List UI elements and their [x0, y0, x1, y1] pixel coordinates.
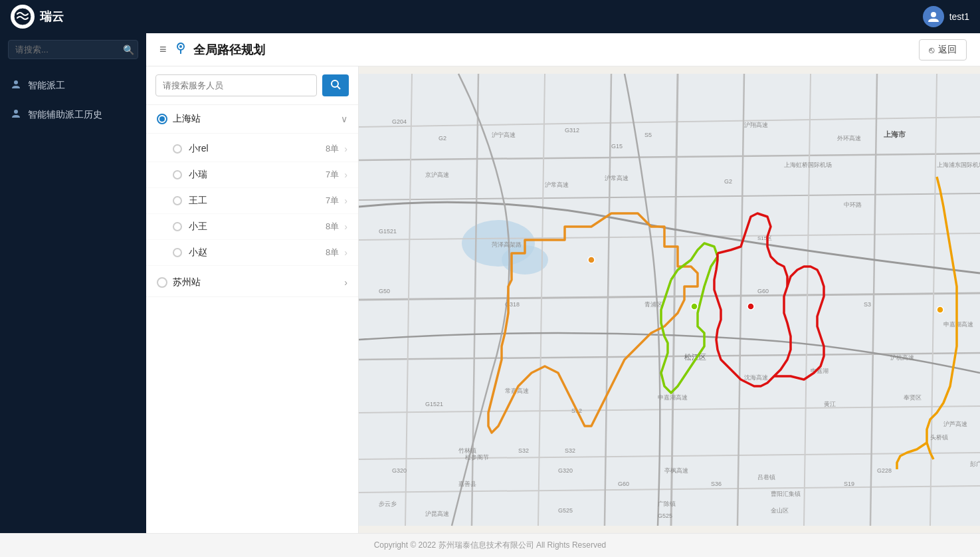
worker-count-2: 7单: [326, 195, 339, 207]
svg-point-89: [747, 303, 754, 310]
svg-text:金山区: 金山区: [771, 507, 789, 514]
worker-item-0[interactable]: 小rel 8单 ›: [146, 136, 358, 162]
svg-text:上海浦东国际机场: 上海浦东国际机场: [937, 162, 980, 168]
station-shanghai-header[interactable]: 上海站 ∨: [146, 105, 358, 134]
worker-name-4: 小赵: [189, 247, 326, 259]
svg-text:申嘉湖高速: 申嘉湖高速: [943, 321, 973, 328]
svg-text:G2: G2: [439, 135, 446, 142]
worker-arrow-3: ›: [344, 221, 347, 232]
smart-dispatch-icon: [11, 79, 21, 92]
user-info[interactable]: test1: [923, 6, 969, 27]
svg-point-6: [332, 80, 338, 87]
svg-text:松参阁节: 松参阁节: [465, 454, 489, 461]
worker-item-3[interactable]: 小王 8单 ›: [146, 214, 358, 240]
worker-radio-3: [173, 222, 182, 231]
worker-count-3: 8单: [326, 221, 339, 233]
worker-item-2[interactable]: 王工 7单 ›: [146, 188, 358, 214]
worker-item-4[interactable]: 小赵 8单 ›: [146, 240, 358, 266]
toolbar-left: ≡ 全局路径规划: [159, 41, 265, 58]
station-shanghai-radio: [157, 114, 167, 124]
worker-item-1[interactable]: 小瑞 7单 ›: [146, 162, 358, 188]
svg-text:申嘉湖高速: 申嘉湖高速: [658, 394, 688, 401]
worker-arrow-4: ›: [344, 247, 347, 258]
smart-history-icon: [11, 108, 21, 122]
sidebar-item-smart-dispatch[interactable]: 智能派工: [0, 71, 146, 100]
copyright: Copyright © 2022 苏州瑞泰信息技术有限公司 All Rights…: [374, 540, 607, 551]
map-area: G204 G2 沪宁高速 G312 G15 S5 沪翔高速 外环高速 京沪高速 …: [359, 66, 980, 533]
svg-text:S3: S3: [864, 301, 871, 308]
svg-point-88: [691, 303, 698, 310]
main-layout: 🔍 智能派工 智能辅助派工历史: [0, 33, 980, 533]
svg-text:G320: G320: [392, 467, 407, 474]
svg-text:沪昆高速: 沪昆高速: [425, 510, 449, 517]
sidebar-item-label-dispatch: 智能派工: [28, 80, 65, 92]
svg-text:沪常高速: 沪常高速: [545, 181, 569, 188]
svg-text:S19: S19: [844, 481, 854, 487]
worker-count-4: 8单: [326, 247, 339, 259]
panel-search-button[interactable]: [322, 74, 349, 96]
svg-text:广陈镇: 广陈镇: [658, 501, 676, 507]
back-button[interactable]: ⎋ 返回: [919, 39, 967, 60]
content-area: ≡ 全局路径规划 ⎋ 返回: [146, 33, 980, 533]
station-suzhou: 苏州站 ›: [146, 269, 358, 297]
sidebar-search-icon: 🔍: [123, 45, 134, 55]
svg-text:G525: G525: [558, 507, 573, 514]
svg-text:G320: G320: [558, 467, 573, 474]
svg-text:外环高速: 外环高速: [837, 135, 861, 142]
worker-count-1: 7单: [326, 169, 339, 181]
worker-radio-0: [173, 144, 182, 154]
svg-line-7: [338, 86, 340, 89]
svg-text:S36: S36: [711, 481, 722, 487]
svg-text:S5: S5: [644, 132, 652, 138]
svg-text:G1521: G1521: [425, 401, 443, 407]
svg-point-3: [14, 110, 18, 114]
worker-name-2: 王工: [189, 195, 326, 207]
page-title-area: 全局路径规划: [173, 41, 265, 58]
svg-text:G15: G15: [611, 143, 623, 150]
user-name: test1: [949, 11, 969, 22]
svg-text:彭广镇: 彭广镇: [970, 461, 980, 467]
svg-point-0: [14, 8, 31, 25]
svg-text:G204: G204: [392, 118, 407, 125]
worker-arrow-2: ›: [344, 195, 347, 206]
sidebar-item-smart-history[interactable]: 智能辅助派工历史: [0, 100, 146, 130]
svg-point-87: [588, 257, 595, 263]
svg-text:沪杭高速: 沪杭高速: [890, 354, 914, 361]
svg-text:曹阳汇集镇: 曹阳汇集镇: [771, 491, 801, 497]
page-title: 全局路径规划: [193, 42, 265, 58]
toolbar: ≡ 全局路径规划 ⎋ 返回: [146, 33, 980, 66]
svg-text:黄江: 黄江: [824, 401, 836, 407]
station-header-left: 上海站: [157, 113, 201, 125]
worker-count-0: 8单: [326, 143, 339, 155]
station-suzhou-header[interactable]: 苏州站 ›: [146, 269, 358, 297]
worker-name-3: 小王: [189, 221, 326, 233]
station-shanghai-name: 上海站: [173, 113, 201, 125]
sidebar-search-input[interactable]: [8, 40, 138, 59]
svg-text:沪翔高速: 沪翔高速: [744, 122, 768, 128]
user-avatar: [923, 6, 944, 27]
panel-search: [146, 66, 358, 105]
svg-text:沈海高速: 沈海高速: [744, 374, 768, 381]
svg-text:G228: G228: [877, 467, 892, 474]
back-icon: ⎋: [929, 45, 934, 55]
svg-text:S32: S32: [518, 447, 529, 454]
svg-point-90: [937, 306, 943, 313]
left-panel: 上海站 ∨ 小rel 8单 ›: [146, 66, 359, 533]
svg-text:G525: G525: [658, 512, 672, 519]
worker-arrow-0: ›: [344, 144, 347, 154]
station-suzhou-chevron: ›: [344, 277, 347, 288]
station-suzhou-radio: [157, 277, 167, 288]
svg-text:G60: G60: [757, 288, 769, 294]
panel-search-input[interactable]: [155, 74, 317, 96]
station-section: 上海站 ∨ 小rel 8单 ›: [146, 105, 358, 533]
logo-icon: [11, 5, 35, 29]
header: 瑞云 test1: [0, 0, 980, 33]
menu-icon[interactable]: ≡: [159, 43, 167, 56]
svg-text:S15区: S15区: [757, 235, 772, 241]
worker-arrow-1: ›: [344, 169, 347, 180]
svg-text:G60: G60: [618, 481, 629, 487]
worker-name-0: 小rel: [189, 143, 326, 155]
map-svg: G204 G2 沪宁高速 G312 G15 S5 沪翔高速 外环高速 京沪高速 …: [359, 66, 980, 533]
worker-name-1: 小瑞: [189, 169, 326, 181]
svg-text:沪常高速: 沪常高速: [605, 175, 629, 181]
